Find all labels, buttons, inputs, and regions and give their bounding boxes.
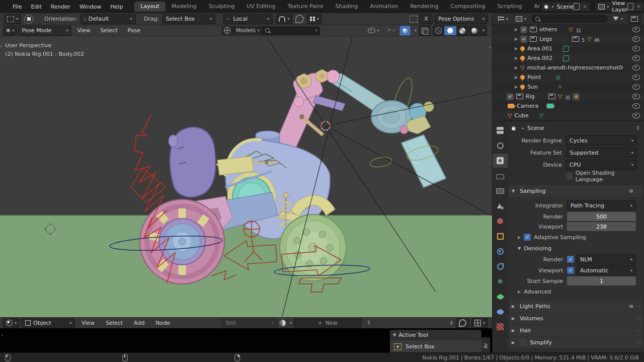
eye-icon[interactable] bbox=[632, 75, 640, 80]
menu-render[interactable]: Render bbox=[46, 4, 75, 10]
active-tool-dropdown[interactable]: ▾ bbox=[4, 14, 21, 24]
eye-icon[interactable] bbox=[632, 36, 640, 42]
collection-visibility-dropdown[interactable] bbox=[221, 26, 233, 35]
gizmo-pivot-icon[interactable] bbox=[24, 15, 33, 24]
expand-arrow-icon[interactable]: ▶ bbox=[515, 46, 518, 51]
integrator-dropdown[interactable]: Path Tracing▾ bbox=[567, 200, 636, 210]
simplify-section-header[interactable]: ▶ Simplify ∷ bbox=[509, 337, 643, 348]
chevron-down-icon[interactable]: ▾ bbox=[482, 28, 485, 33]
new-material-button[interactable]: + New bbox=[294, 318, 361, 328]
new-view-layer-icon[interactable] bbox=[627, 3, 633, 10]
presets-icon[interactable]: ≡ bbox=[629, 188, 633, 194]
pose-options-dropdown[interactable]: Pose Options ▾ bbox=[435, 14, 488, 24]
chevron-down-icon[interactable]: ▾ bbox=[415, 28, 417, 33]
outliner-row-camera[interactable]: Camera bbox=[493, 101, 644, 111]
viewport-search-input[interactable]: ▾ bbox=[263, 26, 320, 35]
pose-mirror-icon[interactable] bbox=[410, 16, 418, 23]
view-layer-selector[interactable]: ▾ View Layer ✕ bbox=[595, 2, 644, 12]
denoise-render-checkbox[interactable]: ✓ bbox=[567, 256, 574, 263]
drag-grip-icon[interactable]: ∷ bbox=[636, 189, 640, 194]
object-type-visibility-dropdown[interactable]: ▾ bbox=[365, 26, 382, 35]
eye-icon[interactable] bbox=[632, 94, 640, 99]
arrow-up-icon[interactable]: ⬆ bbox=[449, 320, 454, 326]
outliner-row-cube[interactable]: ▽ Cube ▽ bbox=[493, 111, 644, 120]
falloff-dropdown[interactable]: ▾ bbox=[307, 14, 322, 24]
eye-icon[interactable] bbox=[632, 65, 640, 70]
expand-arrow-icon[interactable]: ▶ bbox=[515, 56, 518, 60]
new-scene-icon[interactable] bbox=[574, 3, 580, 10]
outliner-row-area002[interactable]: ▶ Area.002 bbox=[493, 53, 644, 63]
advanced-row[interactable]: ▶ Advanced bbox=[509, 286, 643, 297]
presets-icon[interactable]: ≡ bbox=[629, 303, 633, 310]
outliner-row-area001[interactable]: ▶ Area.001 bbox=[493, 44, 644, 53]
transform-pivot-dropdown[interactable]: ⟜ Local ▾ bbox=[223, 14, 273, 24]
collection-dropdown[interactable]: Models ▾ bbox=[233, 26, 263, 35]
expand-arrow-icon[interactable]: ▶ bbox=[515, 65, 518, 70]
collection-checkbox[interactable]: ✓ bbox=[520, 36, 527, 43]
tab-compositing[interactable]: Compositing bbox=[445, 2, 492, 12]
denoise-viewport-checkbox[interactable]: ✓ bbox=[567, 267, 574, 274]
feature-set-dropdown[interactable]: Supported▾ bbox=[566, 148, 637, 158]
shading-solid-button[interactable] bbox=[444, 26, 456, 35]
viewport-menu-pose[interactable]: Pose bbox=[123, 27, 144, 34]
pin-icon[interactable]: ✎ bbox=[365, 319, 372, 327]
viewport-menu-select[interactable]: Select bbox=[96, 27, 122, 34]
tab-texture-paint[interactable]: Texture Paint bbox=[282, 2, 330, 12]
overlays-toggle[interactable] bbox=[399, 26, 411, 36]
tab-sculpting[interactable]: Sculpting bbox=[203, 2, 240, 12]
bone-tab[interactable] bbox=[493, 289, 508, 304]
tab-layout[interactable]: Layout bbox=[134, 2, 165, 12]
node-editor-canvas[interactable]: › ▼ Active Tool ∷∷ ➤ Select Box Ar bbox=[0, 328, 492, 352]
menu-file[interactable]: File bbox=[8, 4, 26, 10]
outliner-row-legs[interactable]: ▶ ✓ Legs 5 ▽46 bbox=[493, 34, 644, 44]
physics-tab[interactable] bbox=[493, 244, 508, 258]
mode-icon-dropdown[interactable]: ✻ ▾ bbox=[3, 26, 17, 36]
bone-constraints-tab[interactable] bbox=[493, 305, 508, 319]
adaptive-sampling-checkbox[interactable]: ✓ bbox=[524, 234, 531, 241]
hair-section-header[interactable]: ▶ Hair ∷ bbox=[509, 325, 643, 336]
output-tab[interactable] bbox=[493, 169, 508, 183]
drag-grip-icon[interactable]: ∷ bbox=[636, 304, 640, 309]
eye-icon[interactable] bbox=[632, 84, 640, 90]
samples-render-field[interactable]: 500 bbox=[567, 212, 636, 221]
light-paths-section-header[interactable]: ▶ Light Paths ≡∷ bbox=[509, 301, 643, 312]
menu-edit[interactable]: Edit bbox=[26, 4, 46, 10]
outliner-row-michal[interactable]: ▶ ▽ michal-arendt-highresscreenshot00267 bbox=[493, 63, 644, 73]
eye-icon[interactable] bbox=[632, 103, 640, 109]
outliner-row-rig[interactable]: ✓ Rig ▽35 ✻ bbox=[493, 92, 644, 101]
object-tab[interactable] bbox=[493, 229, 508, 243]
mode-dropdown[interactable]: Pose Mode ▾ bbox=[18, 26, 71, 36]
armature-data-tab[interactable]: ✻ bbox=[493, 274, 508, 288]
expand-arrow-icon[interactable]: ▶ bbox=[515, 37, 518, 41]
denoise-viewport-dropdown[interactable]: Automatic▾ bbox=[577, 265, 636, 275]
drag-grip-icon[interactable]: ∷ bbox=[636, 316, 640, 321]
tool-tab[interactable] bbox=[493, 138, 508, 153]
outliner-display-mode-dropdown[interactable]: ▾ bbox=[496, 14, 511, 23]
left-wheel[interactable] bbox=[140, 199, 224, 284]
outliner-row-sun[interactable]: ▶ Sun ☼ bbox=[493, 82, 644, 92]
render-tab[interactable] bbox=[493, 154, 508, 168]
simplify-checkbox[interactable] bbox=[520, 339, 527, 346]
device-dropdown[interactable]: CPU▾ bbox=[566, 160, 637, 170]
node-menu-view[interactable]: View bbox=[77, 320, 99, 326]
node-menu-add[interactable]: Add bbox=[129, 320, 149, 326]
drag-grip-icon[interactable]: ∷∷ bbox=[472, 333, 478, 338]
proportional-edit-icon[interactable] bbox=[295, 15, 304, 23]
sidebar-tab-ar[interactable]: Ar bbox=[481, 337, 490, 352]
tab-truncated[interactable]: Ar bbox=[528, 2, 540, 12]
shading-material-button[interactable] bbox=[456, 26, 468, 35]
material-sphere-icon[interactable] bbox=[279, 320, 286, 326]
expand-arrow-icon[interactable]: ▶ bbox=[515, 27, 518, 32]
eye-icon[interactable] bbox=[632, 55, 640, 61]
expand-arrow-icon[interactable]: ▶ bbox=[518, 235, 521, 240]
scene-tab[interactable] bbox=[493, 199, 508, 213]
texture-tab[interactable] bbox=[493, 320, 508, 334]
node-toolbar-expand-arrow[interactable]: › bbox=[1, 332, 3, 338]
viewport-menu-view[interactable]: View bbox=[72, 27, 95, 34]
tab-shading[interactable]: Shading bbox=[330, 2, 364, 12]
close-scene-icon[interactable]: ✕ bbox=[583, 4, 587, 10]
outliner-row-point[interactable]: ▶ Point ◎ bbox=[493, 73, 644, 82]
snake-hook-icon[interactable] bbox=[456, 318, 469, 328]
render-engine-dropdown[interactable]: Cycles▾ bbox=[566, 135, 637, 146]
collapse-triangle-icon[interactable]: ▼ bbox=[393, 333, 396, 337]
